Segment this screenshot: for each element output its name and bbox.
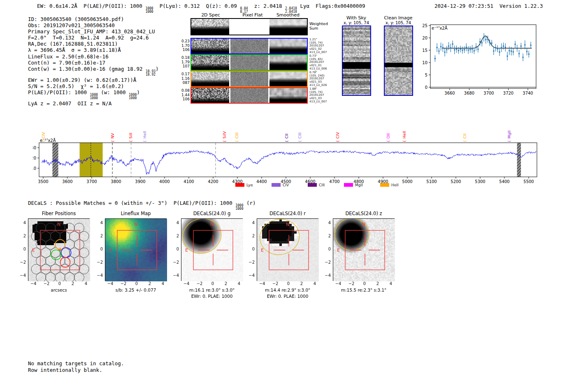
svg-text:{: {: [298, 140, 302, 142]
line-fit-chart: 051015202536603680370037203740e⁻¹⁷x2Å: [420, 21, 551, 97]
panel-xtick: 4: [387, 281, 395, 286]
elixer-report: EW: 0.6±14.2Å P(LAE)/P(OII): 1000 100010…: [0, 0, 576, 392]
panel-ytick: 4: [170, 220, 179, 225]
panel-xtick: −4: [29, 281, 37, 286]
text-segment: Obs: 20191207v021_3005063540: [28, 22, 115, 28]
svg-text:0: 0: [425, 85, 427, 90]
text-segment: LyA z = 2.0407 OII z = N/A: [28, 100, 111, 107]
info-line: P(LAE)/P(OII): 1000 10001000 (w: 1000 10…: [28, 89, 159, 100]
panel-ytick: 0: [322, 247, 331, 251]
panel-caption-2: EWr: 0. PLAE: 1000: [255, 294, 321, 299]
cutout-row-right-meta: 1.88"(105, 74)20191207v021_03413_LU_007: [309, 88, 332, 104]
decals-match-line: DECaLS : Possible Matches = 0 (within +/…: [28, 200, 256, 211]
spec2d-fiber-cutout-row: [190, 38, 308, 54]
svg-text:4400: 4400: [256, 179, 267, 184]
footer-line-1: No matching targets in catalog.: [28, 360, 124, 366]
svg-text:{: {: [508, 140, 511, 142]
panel-ytick: −2: [246, 260, 255, 264]
panel-xtick: 4: [311, 281, 319, 286]
cutout-cell-canvas: [269, 55, 307, 70]
panel-xtick: 4: [159, 281, 167, 286]
panel-xtick: 2: [297, 281, 306, 286]
panel-ytick: 4: [17, 220, 26, 225]
clean-image-coords: x, y: 105, 74: [380, 21, 417, 25]
panel-xtick: −2: [347, 281, 355, 286]
svg-text:4700: 4700: [329, 179, 339, 184]
panel-xtick: −2: [195, 281, 204, 286]
panel-decals_g: [181, 218, 243, 281]
svg-text:5500: 5500: [523, 179, 534, 184]
panel-ytick: 2: [246, 234, 255, 238]
text-segment: F=2.0" T=0.132 N=1.24 A=0.92 g=24.6: [28, 35, 149, 41]
panel-ytick: 0: [246, 247, 255, 251]
cutout-row-right-meta: 0.78"(105, 240)20191207v021_03413_LU_026: [309, 71, 332, 87]
text-segment: EW: 0.6±14.2Å P(LAE)/P(OII): 1000: [37, 3, 145, 9]
text-segment: Cont(w) = 1.30(±0.00)e-16 (gmag 18.92: [28, 66, 146, 72]
panel-ytick: 4: [246, 220, 255, 225]
info-line: LineFlux = 2.50(±0.68)e-16: [28, 53, 159, 60]
spec2d-weighted-row: [190, 18, 308, 35]
svg-text:CIV: CIV: [283, 183, 289, 187]
cutout-cell-canvas: [269, 19, 307, 35]
panel-caption-1: m:16.1 re:3.0" s:3.0": [179, 288, 245, 292]
panel-ytick: 2: [322, 234, 331, 238]
info-line: ID: 3005063540 (3005063540.pdf): [28, 16, 159, 22]
info-line: EWr = 1.00(±0.29) (w: 0.62(±0.17))Å: [28, 77, 159, 83]
svg-text:20: 20: [33, 156, 36, 160]
report-version: Version 1.22.3: [499, 3, 543, 9]
svg-text:CIII: CIII: [319, 183, 325, 187]
cutout-cell-canvas: [230, 88, 268, 103]
fraction: 10001000: [235, 204, 243, 211]
panel-title-decals_g: DECaLS(24.0) g: [181, 211, 243, 216]
panel-ytick: 0: [17, 247, 26, 251]
panel-ytick: −2: [94, 260, 103, 264]
panel-caption-1: s/b: 3.25 +/- 0.077: [103, 288, 169, 292]
panel-canvas-lineflux: [105, 219, 167, 281]
text-segment: S/N = 5.2(±0.5) χ² = 1.6(±0.2): [28, 83, 124, 89]
svg-text:3700: 3700: [483, 91, 494, 95]
with-sky-coords: x, y: 105, 74: [338, 21, 375, 25]
panel-xtick: −2: [119, 281, 128, 286]
svg-text:15: 15: [422, 48, 427, 53]
svg-text:{: {: [285, 140, 289, 142]
panel-ytick: −4: [170, 273, 179, 278]
svg-text:4100: 4100: [183, 179, 194, 184]
panel-ytick: 4: [94, 220, 103, 225]
svg-text:3600: 3600: [62, 179, 72, 184]
fraction: 10001000: [145, 7, 153, 14]
svg-text:3500: 3500: [38, 179, 48, 184]
info-line: F=2.0" T=0.132 N=1.24 A=0.92 g=24.6: [28, 35, 159, 41]
panel-canvas-decals_g: [181, 219, 243, 281]
panel-xtick: −4: [258, 281, 266, 286]
fraction: 10001000: [90, 93, 98, 100]
svg-text:{: {: [129, 140, 133, 142]
panel-xtick: 0: [209, 281, 217, 286]
panel-xtick: 4: [235, 281, 243, 286]
cutout-cell-canvas: [230, 55, 268, 70]
panel-xtick: −4: [182, 281, 190, 286]
text-segment: λ = 3696.45Å σ = 3.89(±1.18)Å: [28, 47, 121, 53]
svg-text:5100: 5100: [426, 179, 437, 184]
panel-canvas-decals_z: [333, 219, 395, 281]
footer-line-2: Row intentionally blank.: [28, 367, 102, 373]
panel-xtick: −2: [42, 281, 51, 286]
panel-ytick: 2: [17, 234, 26, 238]
panel-decals_z: [333, 218, 395, 281]
cutout-cell-canvas: [191, 72, 229, 86]
panel-xtick: 4: [82, 281, 90, 286]
info-line: Primary Spec_Slot_IFU_AMP: 413_028_042_L…: [28, 28, 159, 35]
panel-xtick: 0: [360, 281, 369, 286]
spacer: [493, 3, 499, 9]
svg-text:CIII: CIII: [235, 132, 239, 139]
svg-text:5300: 5300: [475, 179, 485, 184]
cutout-cell-canvas: [191, 88, 229, 103]
svg-text:HeII: HeII: [402, 131, 406, 139]
svg-text:10: 10: [33, 166, 36, 171]
svg-text:{: {: [111, 140, 115, 142]
panel-ytick: −4: [94, 273, 103, 278]
panel-xtick: −4: [334, 281, 342, 286]
text-segment: EWr = 1.00(±0.29) (w: 0.62(±0.17))Å: [28, 77, 136, 83]
info-line: LyA z = 2.0407 OII z = N/A: [28, 100, 159, 107]
svg-text:5200: 5200: [451, 179, 461, 184]
cutout-cell-canvas: [191, 19, 229, 35]
